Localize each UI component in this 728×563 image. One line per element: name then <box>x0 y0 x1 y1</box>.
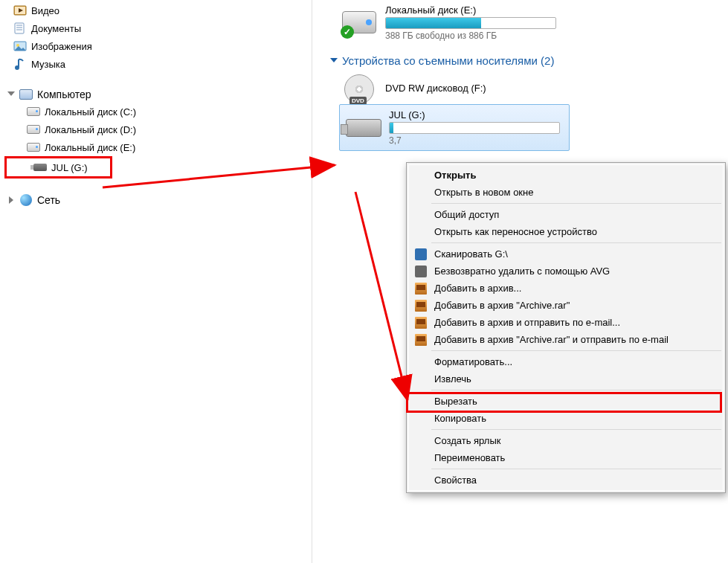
menu-shred-avg[interactable]: Безвозвратно удалить с помощью AVG <box>409 263 723 280</box>
computer-header[interactable]: Компьютер <box>0 86 312 103</box>
winrar-icon <box>415 317 427 329</box>
library-item-label: Документы <box>31 23 81 34</box>
dvd-icon: DVD <box>342 74 378 101</box>
usage-fill <box>386 18 481 28</box>
shred-icon <box>415 266 427 277</box>
libraries-group: Видео Документы Изображения Музыка <box>0 1 312 73</box>
menu-share[interactable]: Общий доступ <box>409 206 723 223</box>
hdd-icon: ✓ <box>342 9 378 36</box>
library-item-video[interactable]: Видео <box>0 1 312 19</box>
drive-label: Локальный диск (D:) <box>45 124 136 135</box>
library-item-label: Видео <box>31 5 59 16</box>
docs-icon <box>13 22 27 35</box>
drive-icon <box>27 123 40 136</box>
drive-label: Локальный диск (E:) <box>45 142 135 153</box>
menu-scan-avg[interactable]: Сканировать G:\ <box>409 245 723 263</box>
menu-rar-add-name[interactable]: Добавить в архив "Archive.rar" <box>409 297 723 314</box>
video-icon <box>13 4 27 17</box>
network-header-label: Сеть <box>37 194 60 206</box>
tree-drive-e[interactable]: Локальный диск (E:) <box>0 138 312 156</box>
winrar-icon <box>415 283 427 295</box>
usage-fill <box>390 123 393 133</box>
menu-rename[interactable]: Переименовать <box>409 449 723 466</box>
menu-label: Вырезать <box>434 396 477 407</box>
removable-header-label: Устройства со съемными носителями (2) <box>342 54 554 67</box>
drive-label: JUL (G:) <box>51 162 88 173</box>
drive-name: Локальный диск (E:) <box>385 4 556 16</box>
drive-jul-g-selected[interactable]: JUL (G:) 3,7 <box>339 104 570 151</box>
chevron-down-icon <box>7 91 15 96</box>
menu-rar-email[interactable]: Добавить в архив и отправить по e-mail..… <box>409 314 723 331</box>
chevron-right-icon <box>9 196 13 204</box>
menu-label: Копировать <box>434 413 486 424</box>
menu-rar-name-email[interactable]: Добавить в архив "Archive.rar" и отправи… <box>409 331 723 348</box>
menu-label: Сканировать G:\ <box>434 248 508 260</box>
menu-label: Общий доступ <box>434 209 499 220</box>
svg-point-9 <box>15 65 19 70</box>
chevron-down-icon <box>330 58 338 62</box>
svg-rect-3 <box>15 23 24 33</box>
pictures-icon <box>13 39 27 53</box>
menu-label: Безвозвратно удалить с помощью AVG <box>434 266 610 277</box>
menu-label: Переименовать <box>434 452 505 463</box>
computer-icon <box>19 88 33 101</box>
computer-header-label: Компьютер <box>37 89 91 100</box>
drive-label: Локальный диск (C:) <box>45 106 136 118</box>
menu-format[interactable]: Форматировать... <box>409 353 723 370</box>
avg-icon <box>415 248 427 260</box>
menu-label: Добавить в архив и отправить по e-mail..… <box>434 317 620 328</box>
menu-open[interactable]: Открыть <box>409 167 723 184</box>
usage-bar-g <box>389 122 560 134</box>
menu-label: Извлечь <box>434 373 471 385</box>
menu-label: Добавить в архив "Archive.rar" и отправи… <box>434 334 669 345</box>
drive-dvd-f[interactable]: DVD DVD RW дисковод (F:) <box>312 71 728 104</box>
network-icon <box>19 193 33 207</box>
menu-label: Создать ярлык <box>434 435 500 446</box>
network-header[interactable]: Сеть <box>0 192 312 208</box>
usage-bar-e <box>385 17 556 29</box>
menu-label: Открыть в новом окне <box>434 187 533 198</box>
menu-create-shortcut[interactable]: Создать ярлык <box>409 432 723 449</box>
drive-icon <box>27 105 40 118</box>
tree-drive-jul-g[interactable]: JUL (G:) <box>4 156 112 178</box>
menu-separator <box>431 203 721 204</box>
library-item-documents[interactable]: Документы <box>0 19 312 37</box>
menu-label: Форматировать... <box>434 356 512 367</box>
menu-separator <box>431 350 721 351</box>
menu-copy[interactable]: Копировать <box>409 410 723 427</box>
menu-label: Свойства <box>434 474 477 486</box>
tree-drive-c[interactable]: Локальный диск (C:) <box>0 103 312 120</box>
tree-drive-d[interactable]: Локальный диск (D:) <box>0 120 312 138</box>
library-item-pictures[interactable]: Изображения <box>0 37 312 55</box>
menu-open-new-window[interactable]: Открыть в новом окне <box>409 184 723 201</box>
library-item-label: Изображения <box>31 41 92 52</box>
drive-name: JUL (G:) <box>389 109 563 120</box>
menu-eject[interactable]: Извлечь <box>409 370 723 387</box>
menu-label: Добавить в архив... <box>434 283 521 294</box>
drive-local-e[interactable]: ✓ Локальный диск (E:) 388 ГБ свободно из… <box>312 0 728 44</box>
menu-cut[interactable]: Вырезать <box>409 393 723 410</box>
winrar-icon <box>415 334 427 346</box>
menu-open-portable[interactable]: Открыть как переносное устройство <box>409 223 723 240</box>
menu-label: Открыть <box>434 170 476 181</box>
winrar-icon <box>415 300 427 312</box>
computer-group: Компьютер Локальный диск (C:) Локальный … <box>0 86 312 178</box>
context-menu: Открыть Открыть в новом окне Общий досту… <box>406 162 726 493</box>
drive-name: DVD RW дисковод (F:) <box>385 83 486 94</box>
menu-rar-add[interactable]: Добавить в архив... <box>409 280 723 297</box>
navigation-pane: Видео Документы Изображения Музыка Компь… <box>0 0 312 563</box>
menu-label: Добавить в архив "Archive.rar" <box>434 300 570 311</box>
menu-properties[interactable]: Свойства <box>409 472 723 489</box>
drive-icon <box>27 141 40 154</box>
library-item-label: Музыка <box>31 59 65 70</box>
library-item-music[interactable]: Музыка <box>0 55 312 73</box>
music-icon <box>13 57 27 71</box>
menu-label: Открыть как переносное устройство <box>434 226 597 237</box>
usb-drive-icon <box>33 161 47 174</box>
drive-freespace: 388 ГБ свободно из 886 ГБ <box>385 30 556 41</box>
menu-separator <box>431 429 721 430</box>
menu-separator <box>431 242 721 243</box>
menu-separator <box>431 390 721 390</box>
removable-devices-header[interactable]: Устройства со съемными носителями (2) <box>312 44 728 71</box>
menu-separator <box>431 469 721 469</box>
